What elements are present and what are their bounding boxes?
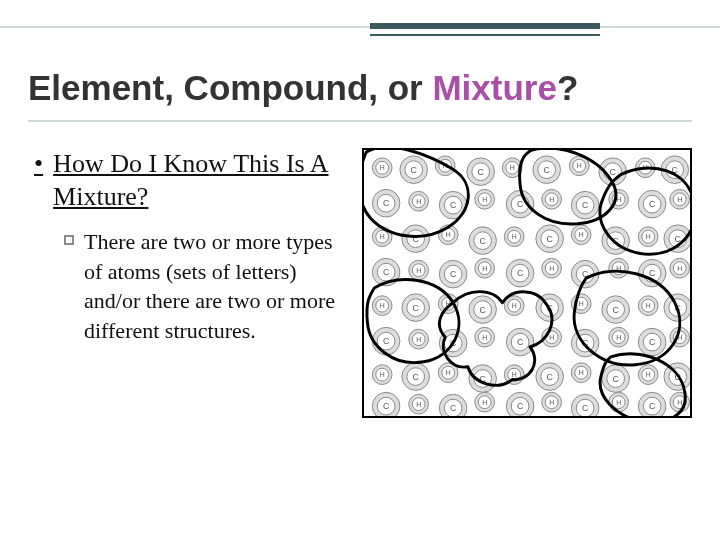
slide-body: • How Do I Know This Is A Mixture? There… <box>34 148 692 418</box>
molecule-diagram: C H <box>362 148 692 418</box>
title-accent: Mixture <box>432 68 556 107</box>
bullet-dot-icon: • <box>34 148 43 213</box>
top-decorative-bar <box>0 12 720 38</box>
bullet-level-2: There are two or more types of atoms (se… <box>64 227 344 346</box>
text-column: • How Do I Know This Is A Mixture? There… <box>34 148 344 418</box>
slide: Element, Compound, or Mixture? • How Do … <box>0 0 720 540</box>
bullet-level-1: • How Do I Know This Is A Mixture? <box>34 148 344 213</box>
top-thin-dark-line <box>370 34 600 36</box>
title-post: ? <box>557 68 578 107</box>
bullet-text: How Do I Know This Is A Mixture? <box>53 148 344 213</box>
title-pre: Element, Compound, or <box>28 68 432 107</box>
atom-grid <box>372 156 690 416</box>
molecule-svg: C H <box>364 150 690 416</box>
top-dark-block <box>370 23 600 29</box>
title-underline <box>28 120 692 122</box>
slide-title: Element, Compound, or Mixture? <box>28 68 692 108</box>
top-light-line <box>0 26 720 28</box>
bullet-square-icon <box>64 235 74 245</box>
subbullet-text: There are two or more types of atoms (se… <box>84 227 344 346</box>
